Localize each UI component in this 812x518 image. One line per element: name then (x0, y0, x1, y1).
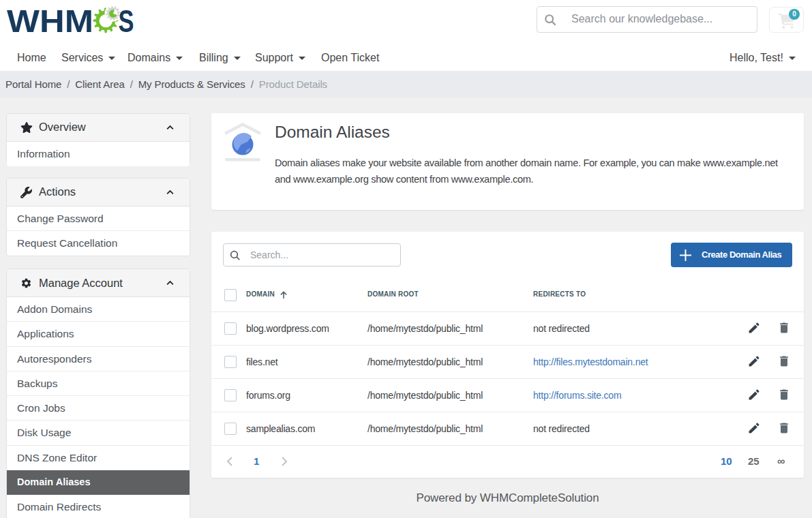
svg-text:S: S (119, 3, 134, 38)
svg-text:WHM: WHM (7, 3, 93, 38)
